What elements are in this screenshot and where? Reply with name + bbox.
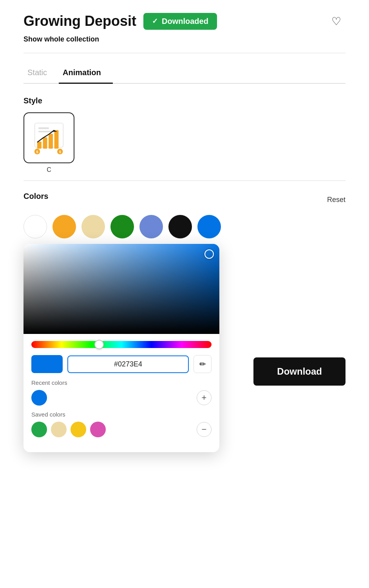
- svg-text:$: $: [36, 150, 38, 153]
- swatch-blue[interactable]: [197, 215, 221, 238]
- gradient-handle[interactable]: [204, 249, 214, 259]
- hue-slider-track[interactable]: [31, 341, 212, 348]
- recent-swatch-blue[interactable]: [31, 390, 47, 406]
- recent-colors-section: Recent colors + Saved colors: [24, 377, 219, 437]
- gradient-area[interactable]: [24, 244, 219, 334]
- color-picker-popup: ✏ Recent colors + Saved colors: [24, 244, 219, 452]
- page-title: Growing Deposit: [24, 13, 136, 29]
- svg-rect-6: [54, 130, 59, 148]
- swatch-green[interactable]: [110, 215, 134, 238]
- recent-swatches: [31, 390, 47, 406]
- favorite-button[interactable]: ♡: [327, 12, 345, 31]
- hue-slider-thumb[interactable]: [94, 340, 104, 349]
- svg-rect-3: [37, 141, 42, 148]
- heart-icon: ♡: [331, 15, 341, 28]
- tab-animation[interactable]: Animation: [59, 64, 113, 84]
- bottom-controls: B ✏: [24, 248, 345, 288]
- style-thumb-inner: $ $: [24, 113, 74, 162]
- swatch-blue-light[interactable]: [139, 215, 163, 238]
- swatch-white[interactable]: [24, 215, 47, 238]
- color-preview-box: [31, 355, 63, 373]
- style-item-c: $ $ C: [24, 112, 74, 173]
- colors-header: Colors Reset: [24, 192, 345, 208]
- show-collection-link[interactable]: Show whole collection: [24, 35, 345, 43]
- eyedropper-icon: ✏: [199, 359, 206, 369]
- downloaded-badge: ✓ Downloaded: [143, 13, 217, 30]
- saved-swatch-pink[interactable]: [90, 422, 106, 437]
- tabs-row: Static Animation: [24, 64, 345, 84]
- recent-colors-row: +: [31, 390, 212, 406]
- saved-colors-label: Saved colors: [31, 411, 212, 418]
- saved-swatch-cream[interactable]: [51, 422, 67, 437]
- color-swatches: [24, 215, 345, 238]
- add-recent-color-button[interactable]: +: [197, 390, 212, 405]
- svg-rect-4: [43, 137, 47, 148]
- saved-colors-row: −: [31, 422, 212, 437]
- downloaded-label: Downloaded: [162, 17, 208, 26]
- style-label-c: C: [47, 166, 51, 173]
- download-button[interactable]: Download: [253, 357, 345, 386]
- swatch-black[interactable]: [168, 215, 192, 238]
- header-divider: [24, 53, 345, 53]
- eyedropper-button[interactable]: ✏: [194, 355, 212, 373]
- svg-rect-5: [49, 133, 53, 148]
- colors-section-label: Colors: [24, 192, 48, 201]
- hex-input[interactable]: [67, 355, 189, 373]
- saved-swatch-yellow[interactable]: [71, 422, 86, 437]
- swatch-orange[interactable]: [52, 215, 76, 238]
- saved-swatches: [31, 422, 106, 437]
- style-section-label: Style: [24, 96, 345, 105]
- style-thumb-c[interactable]: $ $: [24, 112, 74, 163]
- svg-text:$: $: [59, 150, 61, 153]
- swatch-cream[interactable]: [81, 215, 105, 238]
- check-icon: ✓: [152, 17, 158, 25]
- reset-colors-button[interactable]: Reset: [327, 196, 345, 204]
- tab-static[interactable]: Static: [24, 64, 59, 84]
- hue-slider-row: [24, 334, 219, 351]
- style-divider: [24, 180, 345, 181]
- saved-swatch-green[interactable]: [31, 422, 47, 437]
- svg-rect-1: [38, 127, 49, 129]
- color-input-row: ✏: [24, 351, 219, 377]
- remove-saved-color-button[interactable]: −: [197, 422, 212, 437]
- recent-colors-label: Recent colors: [31, 379, 212, 386]
- style-grid: $ $ C: [24, 112, 345, 173]
